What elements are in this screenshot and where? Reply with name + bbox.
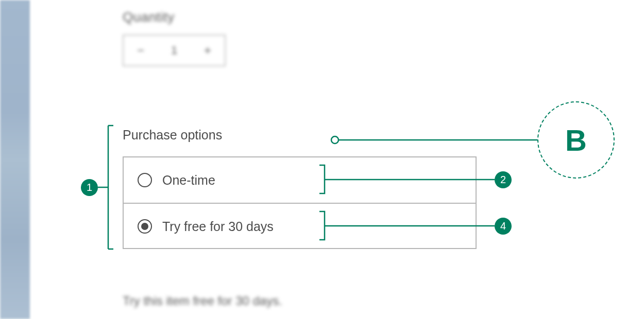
annotation-badge-2-text: 2 bbox=[500, 174, 506, 186]
minus-icon[interactable]: − bbox=[137, 43, 144, 58]
radio-unchecked-icon[interactable] bbox=[138, 173, 152, 187]
quantity-label: Quantity bbox=[123, 9, 226, 25]
purchase-option-label: Try free for 30 days bbox=[162, 219, 274, 234]
annotation-badge-4-text: 4 bbox=[500, 220, 506, 232]
quantity-stepper[interactable]: − 1 + bbox=[123, 34, 226, 66]
quantity-section: Quantity − 1 + bbox=[123, 9, 226, 66]
trial-note: Try this item free for 30 days. bbox=[123, 294, 282, 308]
purchase-option-onetime[interactable]: One-time bbox=[124, 157, 476, 203]
product-image-strip bbox=[0, 0, 30, 319]
purchase-option-trial[interactable]: Try free for 30 days bbox=[124, 203, 476, 249]
purchase-options-heading: Purchase options bbox=[123, 128, 222, 143]
annotation-badge-1-text: 1 bbox=[87, 182, 92, 193]
quantity-value: 1 bbox=[171, 44, 177, 57]
radio-dot-icon bbox=[141, 223, 148, 230]
purchase-options-box: One-time Try free for 30 days bbox=[123, 156, 477, 249]
annotation-badge-1: 1 bbox=[81, 179, 98, 196]
svg-point-0 bbox=[331, 136, 338, 144]
annotation-badge-b-text: B bbox=[565, 123, 587, 157]
purchase-option-label: One-time bbox=[162, 173, 215, 188]
annotation-badge-b: B bbox=[537, 101, 615, 179]
annotation-badge-2: 2 bbox=[495, 171, 512, 188]
plus-icon[interactable]: + bbox=[204, 43, 211, 58]
radio-checked-icon[interactable] bbox=[138, 219, 152, 234]
annotation-badge-4: 4 bbox=[495, 218, 512, 235]
